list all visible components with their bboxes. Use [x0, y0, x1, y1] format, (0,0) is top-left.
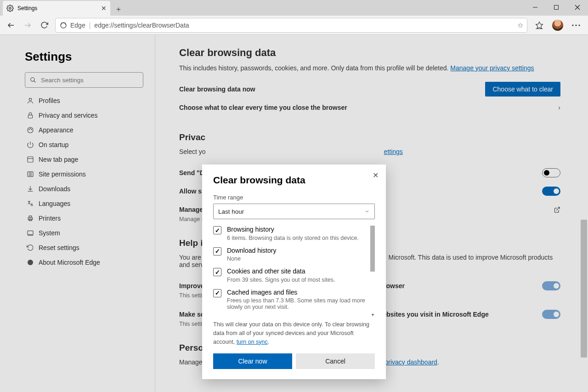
svg-point-11	[575, 24, 577, 26]
dialog-close-button[interactable]: ✕	[373, 171, 379, 180]
checkbox[interactable]	[213, 226, 221, 234]
browser-tab-active[interactable]: Settings ✕	[3, 1, 110, 16]
address-url: edge://settings/clearBrowserData	[94, 22, 189, 29]
tab-title: Settings	[17, 5, 37, 11]
clear-item-browsing-history[interactable]: Browsing history6 items. Browsing data i…	[213, 226, 375, 241]
window-minimize-button[interactable]	[525, 0, 546, 15]
clear-data-dialog: ✕ Clear browsing data Time range Last ho…	[202, 165, 386, 379]
close-tab-button[interactable]: ✕	[101, 5, 107, 12]
dialog-title: Clear browsing data	[213, 175, 375, 186]
checkbox[interactable]	[213, 268, 221, 276]
svg-rect-2	[554, 6, 559, 10]
checkbox[interactable]	[213, 289, 221, 297]
reading-star-icon[interactable]: ✩	[518, 22, 523, 29]
edge-logo-icon	[59, 21, 68, 29]
time-range-select[interactable]: Last hour	[213, 204, 375, 219]
clear-item-cache[interactable]: Cached images and filesFrees up less tha…	[213, 289, 375, 311]
profile-avatar[interactable]	[548, 17, 567, 34]
svg-point-0	[9, 7, 11, 9]
svg-marker-8	[536, 22, 543, 28]
more-button[interactable]	[567, 17, 585, 34]
svg-point-12	[578, 24, 580, 26]
clear-item-cookies[interactable]: Cookies and other site dataFrom 39 sites…	[213, 267, 375, 283]
dialog-footnote: This will clear your data on this device…	[213, 320, 375, 346]
clear-now-button[interactable]: Clear now	[213, 353, 292, 369]
back-button[interactable]	[3, 17, 19, 34]
favorites-button[interactable]	[530, 17, 548, 34]
cancel-button[interactable]: Cancel	[296, 353, 375, 369]
dialog-list-scrollbar[interactable]	[370, 226, 375, 272]
new-tab-button[interactable]: ＋	[112, 3, 125, 16]
window-titlebar: Settings ✕ ＋	[0, 0, 588, 16]
chevron-down-icon	[364, 209, 370, 214]
time-range-label: Time range	[213, 194, 375, 201]
address-bar[interactable]: Edge | edge://settings/clearBrowserData …	[55, 18, 527, 33]
scroll-down-icon[interactable]: ▾	[370, 312, 375, 318]
window-close-button[interactable]	[567, 0, 588, 15]
window-maximize-button[interactable]	[546, 0, 567, 15]
browser-toolbar: Edge | edge://settings/clearBrowserData …	[0, 16, 588, 35]
gear-icon	[6, 5, 14, 12]
checkbox[interactable]	[213, 247, 221, 256]
turn-on-sync-link[interactable]: turn on sync	[237, 339, 268, 345]
forward-button[interactable]	[19, 17, 36, 34]
address-site-label: Edge	[70, 22, 85, 29]
svg-point-10	[572, 24, 573, 26]
clear-item-download-history[interactable]: Download historyNone	[213, 247, 375, 262]
refresh-button[interactable]	[36, 17, 52, 34]
